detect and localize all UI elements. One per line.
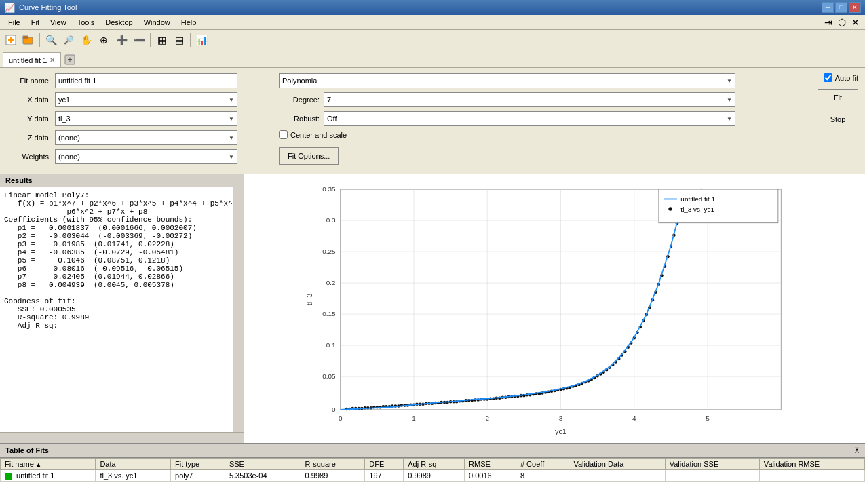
- x-data-select[interactable]: yc1 ▼: [55, 92, 237, 107]
- menu-fit[interactable]: Fit: [26, 17, 45, 28]
- col-val-rmse[interactable]: Validation RMSE: [759, 459, 864, 470]
- left-form: Fit name: untitled fit 1 X data: yc1 ▼ Y…: [7, 73, 237, 168]
- menubar: File Fit View Tools Desktop Window Help …: [0, 15, 865, 30]
- robust-select[interactable]: Off ▼: [324, 111, 735, 126]
- degree-select[interactable]: 7 ▼: [324, 92, 735, 107]
- cursor-button[interactable]: ⊕: [96, 32, 112, 48]
- col-val-sse[interactable]: Validation SSE: [665, 459, 759, 470]
- col-n-coeff[interactable]: # Coeff: [516, 459, 569, 470]
- fit-type-select[interactable]: Polynomial ▼: [279, 73, 735, 88]
- zoom-out-button[interactable]: 🔎: [60, 32, 77, 48]
- menu-desktop[interactable]: Desktop: [100, 17, 138, 28]
- new-tab-button[interactable]: +: [62, 52, 77, 67]
- degree-arrow: ▼: [727, 97, 732, 103]
- fit-color-indicator: [5, 473, 12, 480]
- svg-text:0.15: 0.15: [322, 310, 336, 317]
- weights-row: Weights: (none) ▼: [7, 149, 237, 164]
- robust-arrow: ▼: [727, 116, 732, 122]
- menu-view[interactable]: View: [45, 17, 72, 28]
- form-divider: [258, 73, 258, 168]
- results-body: Linear model Poly7: f(x) = p1*x^7 + p2*x…: [0, 187, 244, 432]
- col-data[interactable]: Data: [96, 459, 171, 470]
- table-title: Table of Fits: [0, 444, 849, 457]
- table-area: Table of Fits ⊼ Fit name Data Fit type S…: [0, 443, 865, 504]
- robust-label: Robust:: [279, 115, 320, 123]
- menu-window[interactable]: Window: [138, 17, 176, 28]
- add-data-button[interactable]: ➕: [113, 32, 130, 48]
- svg-text:tl_3 vs. yc1: tl_3 vs. yc1: [680, 206, 714, 213]
- svg-text:+: +: [68, 55, 73, 64]
- auto-fit-checkbox[interactable]: [824, 73, 832, 82]
- menu-help[interactable]: Help: [176, 17, 202, 28]
- fit-options-button[interactable]: Fit Options...: [279, 147, 339, 165]
- col-rmse[interactable]: RMSE: [465, 459, 516, 470]
- results-horizontal-scrollbar[interactable]: [0, 432, 244, 443]
- fit-name-cell: untitled fit 1: [16, 471, 54, 480]
- svg-text:0.25: 0.25: [322, 248, 336, 255]
- col-sse[interactable]: SSE: [225, 459, 301, 470]
- tab-untitled-fit-1[interactable]: untitled fit 1 ✕: [3, 52, 61, 67]
- grid-button[interactable]: ▤: [171, 32, 187, 48]
- pan-button[interactable]: ✋: [78, 32, 94, 48]
- center-scale-checkbox[interactable]: [279, 130, 288, 139]
- svg-text:tl_3: tl_3: [305, 294, 313, 305]
- cell-val-data: [569, 470, 665, 482]
- col-adj-r-sq[interactable]: Adj R-sq: [404, 459, 465, 470]
- col-val-data[interactable]: Validation Data: [569, 459, 665, 470]
- table-expand-icon[interactable]: ⊼: [849, 444, 865, 457]
- stop-button[interactable]: Stop: [818, 111, 858, 128]
- fit-name-input[interactable]: untitled fit 1: [55, 73, 237, 88]
- open-button[interactable]: [20, 32, 37, 48]
- menu-file[interactable]: File: [3, 17, 26, 28]
- restore-button[interactable]: □: [835, 2, 847, 13]
- form-area: Fit name: untitled fit 1 X data: yc1 ▼ Y…: [0, 68, 865, 174]
- col-r-square[interactable]: R-square: [301, 459, 365, 470]
- y-data-select[interactable]: tl_3 ▼: [55, 111, 237, 126]
- col-dfe[interactable]: DFE: [365, 459, 404, 470]
- titlebar: 📈 Curve Fitting Tool ─ □ ✕: [0, 0, 865, 15]
- svg-text:0.1: 0.1: [326, 341, 336, 349]
- tabstrip: untitled fit 1 ✕ +: [0, 50, 865, 68]
- col-fit-name[interactable]: Fit name: [1, 459, 96, 470]
- svg-text:0.2: 0.2: [326, 279, 336, 286]
- x-data-arrow: ▼: [229, 97, 234, 103]
- y-data-arrow: ▼: [229, 116, 234, 122]
- menu-tools[interactable]: Tools: [72, 17, 100, 28]
- toolbar-sep-3: [190, 33, 191, 47]
- auto-fit-label: Auto fit: [835, 74, 858, 82]
- content-area: Results Linear model Poly7: f(x) = p1*x^…: [0, 174, 865, 443]
- plot-button[interactable]: 📊: [193, 32, 210, 48]
- remove-data-button[interactable]: ➖: [131, 32, 147, 48]
- y-data-row: Y data: tl_3 ▼: [7, 111, 237, 126]
- toolbar-sep-2: [150, 33, 151, 47]
- results-scrollbar[interactable]: [233, 187, 244, 432]
- dock-icon[interactable]: ✕: [849, 17, 862, 28]
- svg-rect-155: [659, 189, 778, 223]
- open-icon: [22, 34, 35, 46]
- float-icon[interactable]: ⬡: [835, 17, 849, 28]
- table-row: untitled fit 1 tl_3 vs. yc1 poly7 5.3503…: [1, 470, 865, 482]
- robust-row: Robust: Off ▼: [279, 111, 735, 126]
- x-data-row: X data: yc1 ▼: [7, 92, 237, 107]
- cell-n-coeff: 8: [516, 470, 569, 482]
- zoom-in-button[interactable]: 🔍: [43, 32, 59, 48]
- grid-xy-button[interactable]: ▦: [153, 32, 170, 48]
- plot-area: 0 0.05 0.1 0.15 0.2 0.25 0.3 0.35 0 1 2 …: [244, 174, 865, 443]
- cell-dfe: 197: [365, 470, 404, 482]
- tab-close-icon[interactable]: ✕: [50, 56, 55, 64]
- close-button[interactable]: ✕: [849, 2, 861, 13]
- z-data-select[interactable]: (none) ▼: [55, 130, 237, 145]
- undock-icon[interactable]: ⇥: [822, 17, 835, 28]
- svg-point-158: [668, 207, 672, 210]
- window-controls: ─ □ ✕: [822, 2, 861, 13]
- minimize-button[interactable]: ─: [822, 2, 834, 13]
- col-fit-type[interactable]: Fit type: [171, 459, 225, 470]
- results-panel: Results Linear model Poly7: f(x) = p1*x^…: [0, 174, 244, 443]
- new-fit-icon: [5, 34, 17, 46]
- fit-options-wrapper: Fit Options...: [279, 144, 735, 165]
- fit-button[interactable]: Fit: [818, 89, 858, 106]
- toolbar-sep-1: [39, 33, 40, 47]
- new-fit-button[interactable]: [3, 32, 19, 48]
- weights-select[interactable]: (none) ▼: [55, 149, 237, 164]
- svg-text:2: 2: [485, 414, 489, 422]
